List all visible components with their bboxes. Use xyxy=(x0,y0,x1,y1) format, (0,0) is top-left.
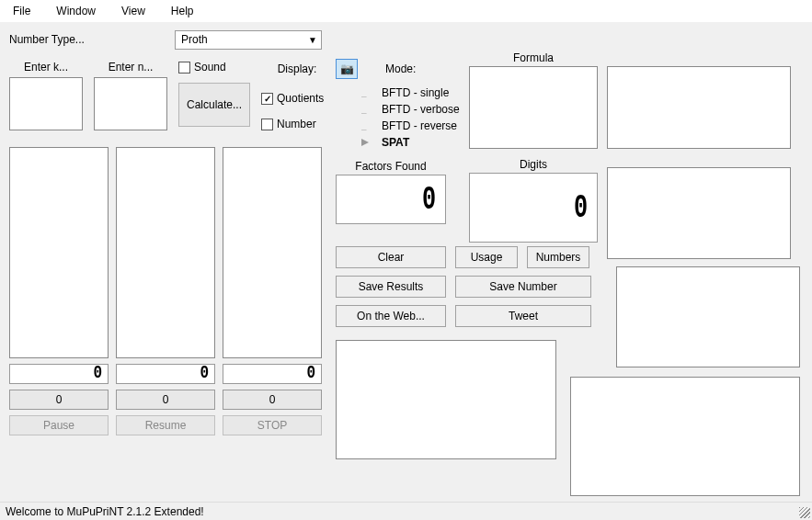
stop-button[interactable]: STOP xyxy=(223,415,322,435)
counter-0: 0 xyxy=(9,390,109,410)
right-box-4 xyxy=(570,377,800,496)
right-panel: Formula Digits 0 xyxy=(469,51,800,496)
save-results-button[interactable]: Save Results xyxy=(336,276,446,298)
sound-checkbox[interactable] xyxy=(178,62,190,73)
lcd-small-0: 0 xyxy=(9,364,109,384)
quotients-label: Quotients xyxy=(277,92,324,105)
digits-label: Digits xyxy=(469,158,598,171)
menubar: File Window View Help xyxy=(0,0,812,22)
result-panel-2 xyxy=(223,147,322,358)
enter-k-label: Enter k... xyxy=(24,61,68,73)
formula-box-right xyxy=(607,66,791,149)
formula-box-left xyxy=(469,66,598,149)
n-input[interactable] xyxy=(94,77,167,130)
number-checkbox[interactable] xyxy=(261,119,273,130)
formula-label: Formula xyxy=(469,51,598,64)
mode-marker-icon xyxy=(361,122,372,130)
calculate-button[interactable]: Calculate... xyxy=(178,83,250,127)
counter-2: 0 xyxy=(223,390,322,410)
menu-help[interactable]: Help xyxy=(158,2,207,20)
lcd-small-1: 0 xyxy=(116,364,215,384)
result-panel-0 xyxy=(9,147,109,358)
menu-view[interactable]: View xyxy=(109,2,158,20)
display-label: Display: xyxy=(261,62,324,75)
camera-button[interactable]: 📷 xyxy=(336,59,358,79)
mode-marker-icon xyxy=(361,106,372,113)
chevron-down-icon: ▼ xyxy=(308,35,317,45)
right-box-3 xyxy=(616,266,800,367)
result-panel-1 xyxy=(116,147,215,358)
menu-file[interactable]: File xyxy=(0,2,43,20)
quotients-checkbox[interactable] xyxy=(261,93,273,105)
on-the-web-button[interactable]: On the Web... xyxy=(336,305,446,327)
clear-button[interactable]: Clear xyxy=(336,246,446,268)
status-bar: Welcome to MuPuPriNT 2.1.2 Extended! xyxy=(0,502,812,520)
size-grip-icon[interactable] xyxy=(799,507,810,518)
factors-found-lcd: 0 xyxy=(336,175,446,224)
enter-n-label: Enter n... xyxy=(109,61,154,73)
status-text: Welcome to MuPuPriNT 2.1.2 Extended! xyxy=(6,505,204,518)
digits-lcd: 0 xyxy=(469,173,598,243)
number-type-value: Proth xyxy=(181,33,208,46)
camera-icon: 📷 xyxy=(340,62,354,75)
sound-label: Sound xyxy=(194,61,226,73)
mode-marker-icon xyxy=(361,139,372,146)
resume-button[interactable]: Resume xyxy=(116,415,215,435)
number-type-combo[interactable]: Proth ▼ xyxy=(175,30,322,50)
content-area: Number Type... Proth ▼ Enter k... Enter … xyxy=(0,22,812,500)
mode-label: Mode: xyxy=(385,62,416,75)
lcd-small-2: 0 xyxy=(223,364,322,384)
factors-found-label: Factors Found xyxy=(336,160,446,173)
k-input[interactable] xyxy=(9,77,83,130)
mode-marker-icon xyxy=(361,89,372,96)
right-box-2 xyxy=(607,167,791,259)
counter-1: 0 xyxy=(116,390,215,410)
pause-button[interactable]: Pause xyxy=(9,415,109,435)
left-panel: Enter k... Enter n... Sound Calculate...… xyxy=(9,61,322,435)
number-label: Number xyxy=(277,118,316,130)
number-type-label: Number Type... xyxy=(9,33,175,46)
menu-window[interactable]: Window xyxy=(43,2,109,20)
